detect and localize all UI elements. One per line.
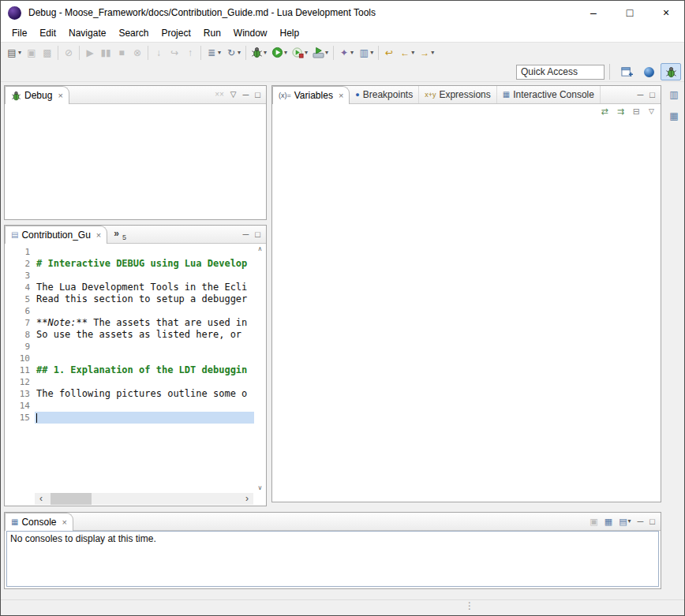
tab-variables[interactable]: (x)= Variables ×	[272, 86, 350, 104]
menu-run[interactable]: Run	[197, 25, 227, 41]
view-menu-button[interactable]: ▽	[230, 91, 237, 99]
annotation-ruler[interactable]	[5, 244, 14, 493]
open-console-button[interactable]: ▣	[590, 517, 597, 526]
editor-code[interactable]: # Interactive DEBUG using Lua DevelopThe…	[35, 244, 254, 493]
minimize-view-button[interactable]: ─	[243, 91, 249, 99]
display-selected-console-button[interactable]: ▦	[605, 517, 612, 526]
close-tab-icon[interactable]: ×	[62, 517, 66, 527]
editor-line[interactable]	[35, 353, 254, 364]
disconnect-button[interactable]: ⊗	[129, 44, 145, 62]
editor-line[interactable]	[35, 270, 254, 282]
new-console-button[interactable]: ▤ ▾	[619, 517, 631, 526]
debug-view-content[interactable]	[5, 104, 266, 219]
debug-button[interactable]: ▾	[249, 44, 269, 62]
editor-line[interactable]	[35, 305, 254, 317]
editor-line[interactable]: The following pictures outline some o	[35, 388, 254, 400]
open-perspective-button[interactable]	[616, 63, 637, 80]
sash-grip[interactable]: ⋮	[465, 601, 474, 610]
hidden-editors-chevron[interactable]: » 5	[107, 226, 133, 243]
new-button[interactable]: ▤▾	[4, 44, 24, 62]
tab-interactive-console[interactable]: ▦ Interactive Console	[497, 86, 601, 103]
window-close-button[interactable]: ×	[648, 1, 684, 24]
editor-line[interactable]	[35, 341, 254, 353]
back-button[interactable]: ←▾	[397, 44, 417, 62]
skip-all-breakpoints-button[interactable]: ⊘	[61, 44, 77, 62]
scroll-down-icon[interactable]: ∨	[258, 484, 263, 491]
remove-terminated-button[interactable]: ××	[215, 91, 224, 99]
editor-line[interactable]: So use the assets as listed here, or	[35, 329, 254, 341]
debug-perspective-button[interactable]	[661, 63, 681, 80]
terminate-button[interactable]: ■	[114, 44, 129, 62]
scroll-up-icon[interactable]: ∧	[258, 245, 263, 252]
step-return-button[interactable]: ↑	[182, 44, 198, 62]
resume-button[interactable]: ▶	[82, 44, 98, 62]
view-menu-button[interactable]: ▽	[649, 108, 654, 115]
tab-breakpoints[interactable]: ● Breakpoints	[350, 86, 419, 103]
editor-line[interactable]	[35, 376, 254, 388]
scroll-left-icon[interactable]: ‹	[35, 493, 47, 505]
maximize-view-button[interactable]: □	[255, 230, 260, 239]
show-logical-structure-button[interactable]: ⇉	[617, 107, 624, 116]
debug-history-button[interactable]: ↻▾	[223, 44, 243, 62]
variables-view-content[interactable]	[272, 104, 661, 502]
editor-line[interactable]	[35, 400, 254, 412]
minimize-view-button[interactable]: ─	[243, 230, 249, 239]
ldt-perspective-button[interactable]	[638, 63, 659, 80]
run-button[interactable]: ▾	[269, 44, 290, 62]
close-tab-icon[interactable]: ×	[339, 91, 343, 100]
last-edit-location-button[interactable]: ↩	[381, 44, 397, 62]
window-minimize-button[interactable]: –	[575, 1, 612, 24]
editor-line[interactable]: Read this section to setup a debugger	[35, 293, 254, 305]
editor-body: 123456789101112131415 # Interactive DEBU…	[5, 244, 266, 493]
menu-edit[interactable]: Edit	[33, 25, 62, 41]
maximize-view-button[interactable]: □	[649, 517, 655, 526]
menu-navigate[interactable]: Navigate	[62, 25, 112, 41]
menu-file[interactable]: File	[6, 25, 33, 41]
console-message-area[interactable]: No consoles to display at this time.	[6, 531, 659, 587]
tab-debug[interactable]: Debug ×	[5, 86, 69, 104]
minimize-view-button[interactable]: ─	[638, 517, 644, 526]
quick-access-input[interactable]: Quick Access	[516, 65, 605, 80]
maximize-view-button[interactable]: □	[649, 91, 655, 99]
maximize-view-button[interactable]: □	[255, 91, 260, 99]
menu-help[interactable]: Help	[274, 25, 306, 41]
step-over-button[interactable]: ↪	[167, 44, 182, 62]
tab-contribution-guide[interactable]: ▤ Contribution_Gu ×	[5, 226, 107, 244]
editor-line[interactable]	[35, 412, 254, 424]
save-all-button[interactable]: ▩	[39, 44, 55, 62]
window-maximize-button[interactable]: □	[612, 1, 648, 24]
editor-gutter[interactable]: 123456789101112131415	[14, 244, 35, 493]
close-tab-icon[interactable]: ×	[58, 91, 62, 100]
editor-line[interactable]	[35, 246, 254, 258]
window-controls: – □ ×	[575, 1, 684, 24]
new-wizard-button[interactable]: ✦▾	[336, 44, 356, 62]
collapse-all-button[interactable]: ⊟	[633, 107, 640, 116]
menu-project[interactable]: Project	[155, 25, 197, 41]
show-type-names-button[interactable]: ⇄	[601, 107, 608, 116]
save-button[interactable]: ▣	[24, 44, 39, 62]
restore-view-button[interactable]: ▥	[666, 88, 682, 102]
step-into-button[interactable]: ↓	[151, 44, 167, 62]
close-tab-icon[interactable]: ×	[96, 230, 101, 240]
editor-horizontal-scrollbar[interactable]: ‹ ›	[35, 493, 253, 505]
scrollbar-track[interactable]	[47, 493, 241, 505]
minimize-view-button[interactable]: ─	[638, 91, 644, 99]
palette-view-button[interactable]: ▦	[666, 109, 682, 123]
tab-console[interactable]: ▦ Console ×	[5, 513, 73, 531]
scrollbar-thumb[interactable]	[51, 493, 92, 505]
menu-search[interactable]: Search	[112, 25, 155, 41]
editor-line[interactable]: The Lua Development Tools in the Ecli	[35, 282, 254, 293]
scroll-right-icon[interactable]: ›	[241, 493, 253, 505]
editor-vertical-scrollbar[interactable]: ∧ ∨	[254, 244, 266, 493]
external-tools-button[interactable]: ▾	[310, 44, 331, 62]
editor-line[interactable]: **Note:** The assets that are used in	[35, 317, 254, 329]
forward-button[interactable]: →▾	[417, 44, 436, 62]
editor-line[interactable]: ## 1. Explanation of the LDT debuggin	[35, 364, 254, 376]
editor-line[interactable]: # Interactive DEBUG using Lua Develop	[35, 258, 254, 270]
coverage-button[interactable]: ▾	[290, 44, 310, 62]
menu-window[interactable]: Window	[227, 25, 274, 41]
suspend-button[interactable]: ▮▮	[98, 44, 114, 62]
tab-expressions[interactable]: x+y Expressions	[419, 86, 497, 103]
use-step-filters-button[interactable]: ≣▾	[204, 44, 223, 62]
open-task-button[interactable]: ▥▾	[356, 44, 376, 62]
